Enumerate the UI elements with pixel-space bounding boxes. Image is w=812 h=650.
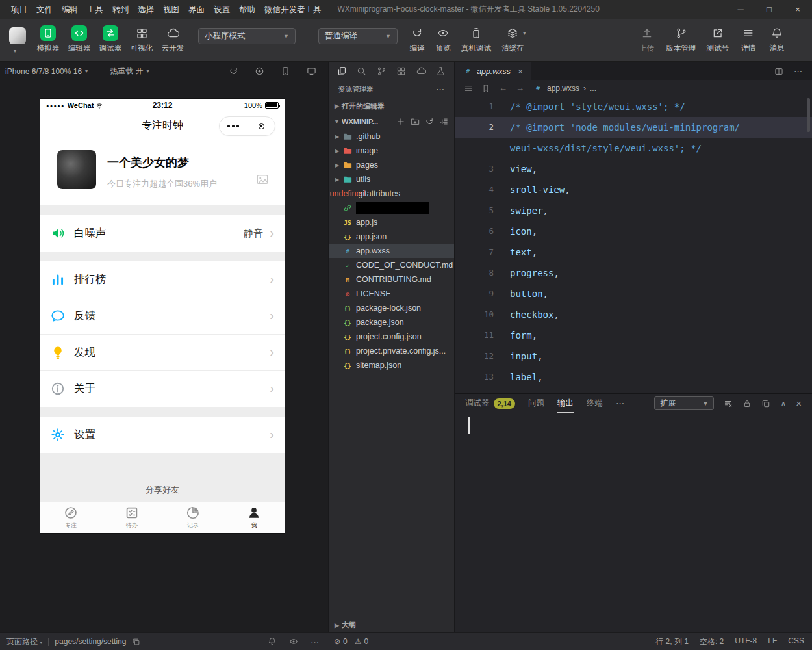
menu-item[interactable]: 文件 <box>32 0 57 20</box>
compile-mode-select[interactable]: 普通编译 ▼ <box>318 28 398 44</box>
menu-item[interactable]: 微信开发者工具 <box>260 0 326 20</box>
back-icon[interactable]: ← <box>499 83 507 93</box>
menu-item[interactable]: 工具 <box>82 0 108 20</box>
menu-item[interactable]: 项目 <box>6 0 32 20</box>
tests-icon[interactable] <box>436 66 446 76</box>
code-line[interactable]: 6icon, <box>455 221 812 242</box>
close-miniprogram-button[interactable] <box>247 124 275 129</box>
cell-discover[interactable]: 发现› <box>40 334 285 370</box>
tree-file-app.json[interactable]: {}app.json <box>329 229 454 244</box>
close-panel-icon[interactable]: × <box>796 398 802 409</box>
profile-avatar[interactable] <box>57 150 96 189</box>
tree-file-package.json[interactable]: {}package.json <box>329 315 454 330</box>
tree-folder-image[interactable]: ▶image <box>329 144 454 158</box>
more-tabs-icon[interactable]: ⋯ <box>616 398 625 408</box>
tree-file-CONTRIBUTING.md[interactable]: MCONTRIBUTING.md <box>329 272 454 287</box>
share-friends-button[interactable]: 分享好友 <box>40 484 285 496</box>
code-line[interactable]: 10checkbox, <box>455 304 812 325</box>
tree-file-.gitattributes[interactable]: undefined.gitattributes <box>329 187 454 201</box>
copy-output-icon[interactable] <box>761 399 770 408</box>
phone-tab-记录[interactable]: 记录 <box>162 502 223 533</box>
more-menu-button[interactable] <box>220 125 247 127</box>
code-line[interactable]: 2/* @import 'node_modules/weui-miniprogr… <box>455 117 812 138</box>
extension-select[interactable]: 扩展 ▼ <box>654 396 714 410</box>
code-line[interactable]: 11form, <box>455 325 812 346</box>
code-line[interactable]: 13label, <box>455 367 812 387</box>
files-icon[interactable] <box>337 66 347 76</box>
cell-white-noise[interactable]: 白噪声静音› <box>40 215 285 252</box>
tree-file-redacted[interactable] <box>329 201 454 215</box>
extensions-icon[interactable] <box>396 66 406 76</box>
tree-file-LICENSE[interactable]: ©LICENSE <box>329 287 454 301</box>
toolbar-details-button[interactable]: 详情 <box>734 20 763 61</box>
mode-select[interactable]: 小程序模式 ▼ <box>198 28 296 44</box>
toolbar-simulator-button[interactable]: 模拟器 <box>32 20 64 61</box>
toolbar-compile-button[interactable]: 编译 <box>404 20 430 61</box>
split-editor-icon[interactable] <box>774 67 783 76</box>
page-path-select[interactable]: 页面路径 ▾ <box>6 636 42 647</box>
notifications-icon[interactable] <box>268 637 277 646</box>
cell-settings[interactable]: 设置› <box>40 417 285 453</box>
tree-file-app.js[interactable]: JSapp.js <box>329 215 454 229</box>
code-line[interactable]: weui-wxss/dist/style/weui.wxss'; */ <box>455 138 812 159</box>
menu-item[interactable]: 设置 <box>209 0 235 20</box>
code-line[interactable]: 7text, <box>455 242 812 263</box>
phone-icon[interactable] <box>281 66 290 76</box>
copy-path-icon[interactable] <box>132 638 140 646</box>
toolbar-version-control-button[interactable]: 版本管理 <box>661 20 702 61</box>
maximize-panel-icon[interactable]: ∧ <box>780 399 786 408</box>
code-line[interactable]: 9button, <box>455 283 812 304</box>
eol-label[interactable]: LF <box>768 636 777 647</box>
search-icon[interactable] <box>357 66 366 76</box>
menu-item[interactable]: 帮助 <box>235 0 260 20</box>
device-select[interactable]: iPhone 6/7/8 100% 16 ▾ <box>5 67 88 76</box>
project-section[interactable]: ▼ WXMINIP... <box>329 114 454 129</box>
cell-ranking[interactable]: 排行榜› <box>40 261 285 298</box>
more-icon[interactable]: ⋯ <box>311 637 320 647</box>
record-icon[interactable] <box>255 66 264 76</box>
more-actions-icon[interactable]: ⋯ <box>436 84 445 94</box>
editor-tab-app-wxss[interactable]: # app.wxss × <box>455 62 531 80</box>
close-button[interactable]: × <box>783 0 812 20</box>
profile-section[interactable]: 一个美少女的梦 今日专注力超越全国36%用户 <box>40 140 285 205</box>
phone-tab-待办[interactable]: 待办 <box>101 502 162 533</box>
maximize-button[interactable]: □ <box>755 0 783 20</box>
refresh-icon[interactable] <box>229 66 238 76</box>
tree-file-project.private.config.js...[interactable]: {}project.private.config.js... <box>329 344 454 358</box>
encoding-label[interactable]: UTF-8 <box>735 636 757 647</box>
toolbar-test-account-button[interactable]: 测试号 <box>702 20 735 61</box>
toolbar-messages-button[interactable]: 消息 <box>763 20 791 61</box>
new-file-icon[interactable] <box>396 117 405 126</box>
cloud-icon[interactable] <box>416 66 426 76</box>
tree-file-project.config.json[interactable]: {}project.config.json <box>329 330 454 344</box>
menu-item[interactable]: 选择 <box>133 0 159 20</box>
bookmark-icon[interactable] <box>481 84 490 93</box>
phone-tab-我[interactable]: 我 <box>223 502 285 533</box>
breadcrumb-path[interactable]: # app.wxss › ... <box>533 84 596 93</box>
outline-section[interactable]: ▶ 大纲 <box>329 617 454 632</box>
forward-icon[interactable]: → <box>516 83 524 93</box>
source-control-icon[interactable] <box>377 66 387 76</box>
watch-icon[interactable] <box>289 637 298 646</box>
toolbar-cloud-dev-button[interactable]: 云开发 <box>157 20 188 61</box>
code-line[interactable]: 5swiper, <box>455 200 812 221</box>
toolbar-debugger-button[interactable]: 调试器 <box>95 20 126 61</box>
toolbar-upload-button[interactable]: 上传 <box>633 20 661 61</box>
tree-file-CODE_OF_CONDUCT.md[interactable]: ✓CODE_OF_CONDUCT.md <box>329 258 454 272</box>
more-actions-icon[interactable]: ⋯ <box>794 66 803 76</box>
code-line[interactable]: 3view, <box>455 159 812 179</box>
problems-summary[interactable]: ⊘0 ⚠0 <box>334 637 368 646</box>
tree-file-app.wxss[interactable]: #app.wxss <box>329 244 454 258</box>
close-tab-icon[interactable]: × <box>518 66 523 77</box>
code-editor[interactable]: 1/* @import 'style/weui.wxss'; */2/* @im… <box>455 96 812 393</box>
phone-tab-专注[interactable]: 专注 <box>40 502 101 533</box>
new-folder-icon[interactable] <box>411 117 420 126</box>
tree-file-package-lock.json[interactable]: {}package-lock.json <box>329 301 454 315</box>
code-line[interactable]: 4sroll-view, <box>455 179 812 200</box>
debug-output[interactable] <box>455 413 812 632</box>
toolbar-visualize-button[interactable]: 可视化 <box>126 20 157 61</box>
code-line[interactable]: 8progress, <box>455 263 812 283</box>
minimize-button[interactable]: ─ <box>726 0 755 20</box>
user-avatar[interactable] <box>9 27 26 44</box>
tree-folder-pages[interactable]: ▶pages <box>329 158 454 172</box>
